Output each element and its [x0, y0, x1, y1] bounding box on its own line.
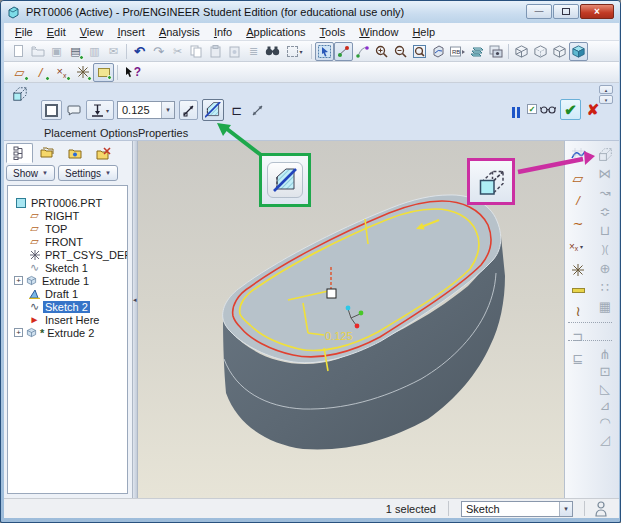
tree-label[interactable]: PRT_CSYS_DEF	[43, 249, 128, 261]
shaded-display-button[interactable]	[569, 42, 588, 61]
revolve-tool-button[interactable]: ⋈	[595, 164, 615, 183]
smart-select-button[interactable]	[315, 42, 334, 61]
drag-handle[interactable]	[327, 289, 336, 298]
zoom-out-button[interactable]	[391, 42, 410, 61]
tree-row-top-plane[interactable]: ▱TOP	[8, 222, 127, 235]
menu-file[interactable]: File	[8, 24, 40, 40]
depth-value[interactable]: 0.125	[118, 104, 161, 116]
flip-depth-direction-button[interactable]	[179, 100, 198, 120]
menu-applications[interactable]: Applications	[239, 24, 312, 40]
show-button[interactable]: Show▼	[6, 165, 55, 181]
menu-analysis[interactable]: Analysis	[152, 24, 207, 40]
tree-row-front-plane[interactable]: ▱FRONT	[8, 235, 127, 248]
tree-label[interactable]: Draft 1	[43, 288, 80, 300]
tree-label[interactable]: Extrude 2	[45, 327, 96, 339]
expand-icon[interactable]: +	[14, 276, 23, 285]
tab-options[interactable]: Options	[100, 127, 138, 139]
extrude-tool-button[interactable]	[595, 145, 615, 164]
refit-button[interactable]	[410, 42, 429, 61]
hidden-line-display-button[interactable]	[531, 42, 550, 61]
maximize-button[interactable]	[553, 4, 579, 19]
tree-label[interactable]: Sketch 1	[43, 262, 90, 274]
menu-view[interactable]: View	[73, 24, 111, 40]
datum-curve-tool-button[interactable]: ∼	[568, 214, 588, 233]
print-button[interactable]: ▤	[66, 42, 85, 61]
boundary-blend-button[interactable]: ⊔	[595, 221, 615, 240]
tree-row-sketch2[interactable]: ∿Sketch 2	[8, 300, 127, 313]
redo-button[interactable]: ↷	[149, 42, 168, 61]
menu-window[interactable]: Window	[352, 24, 405, 40]
analysis-measure-button[interactable]	[568, 281, 588, 300]
pause-button[interactable]	[510, 102, 522, 122]
context-help-button[interactable]: ?	[121, 63, 145, 82]
tree-row-sketch1[interactable]: ∿Sketch 1	[8, 261, 127, 274]
tree-label[interactable]: Insert Here	[43, 314, 101, 326]
depth-dropdown-arrow[interactable]: ▾	[161, 102, 174, 118]
tree-row-part[interactable]: PRT0006.PRT	[8, 196, 127, 209]
placement-collector-button[interactable]	[41, 100, 62, 120]
minimize-button[interactable]: —	[526, 4, 552, 19]
cut-button[interactable]: ✂	[168, 42, 187, 61]
filter-value[interactable]: Sketch	[462, 503, 559, 515]
depth-value-combo[interactable]: 0.125 ▾	[117, 101, 175, 119]
tree-row-right-plane[interactable]: ▱RIGHT	[8, 209, 127, 222]
graphics-area[interactable]: 0.125	[138, 141, 564, 498]
tab-favorites[interactable]	[62, 143, 89, 163]
saved-views-button[interactable]: RB	[448, 42, 467, 61]
depth-option-button[interactable]: ▾	[86, 100, 114, 120]
regenerate-button[interactable]: ≣	[244, 42, 263, 61]
print-preview-button[interactable]: ▥	[85, 42, 104, 61]
sweep-tool-button[interactable]: ↝	[595, 183, 615, 202]
view-manager-button[interactable]	[486, 42, 505, 61]
tab-properties[interactable]: Properties	[138, 127, 188, 139]
filter-dropdown-arrow[interactable]: ▾	[559, 502, 572, 516]
tree-row-extrude2[interactable]: +*Extrude 2	[8, 326, 127, 339]
tree-label[interactable]: FRONT	[43, 236, 85, 248]
preview-checkbox[interactable]: ✓	[527, 104, 537, 114]
datum-axis-tool-button[interactable]: /	[568, 191, 588, 210]
save-button[interactable]: ▣	[47, 42, 66, 61]
layers-button[interactable]	[467, 42, 486, 61]
tree-label[interactable]: Sketch 2	[43, 301, 90, 313]
title-bar[interactable]: PRT0006 (Active) - Pro/ENGINEER Student …	[1, 1, 620, 23]
menu-tools[interactable]: Tools	[313, 24, 353, 40]
menu-edit[interactable]: Edit	[40, 24, 73, 40]
paste-button[interactable]	[206, 42, 225, 61]
selection-filter-combo[interactable]: Sketch ▾	[461, 501, 573, 517]
expand-icon[interactable]: +	[14, 328, 23, 337]
tree-label[interactable]: Extrude 1	[40, 275, 91, 287]
new-file-button[interactable]	[9, 42, 28, 61]
tree-row-extrude1[interactable]: +Extrude 1	[8, 274, 127, 287]
thicken-sketch-button[interactable]: ⊏	[228, 100, 246, 120]
selection-filter-button[interactable]: ▾	[282, 42, 308, 61]
datum-point-tool-button[interactable]: ×x	[51, 63, 72, 82]
copy-geometry-button[interactable]: ⊐	[568, 327, 588, 346]
tree-row-csys[interactable]: PRT_CSYS_DEF	[8, 248, 127, 261]
tree-label[interactable]: RIGHT	[43, 210, 81, 222]
datum-csys-tool-button[interactable]	[72, 63, 93, 82]
accept-button[interactable]: ✔	[560, 99, 581, 120]
no-hidden-display-button[interactable]	[550, 42, 569, 61]
datum-plane-tool-button[interactable]: ▱	[9, 63, 30, 82]
tree-label[interactable]: PRT0006.PRT	[29, 197, 104, 209]
spin-center-button[interactable]	[334, 42, 353, 61]
wireframe-display-button[interactable]	[512, 42, 531, 61]
tab-connections[interactable]	[90, 143, 117, 163]
close-button[interactable]: ×	[580, 4, 614, 19]
measure-tool-button[interactable]: ≀	[568, 301, 588, 320]
flip-material-side-button[interactable]	[248, 100, 267, 120]
paste-special-button[interactable]	[225, 42, 244, 61]
tab-folder-browser[interactable]	[34, 143, 61, 163]
find-button[interactable]	[263, 42, 282, 61]
remove-material-button[interactable]	[202, 99, 224, 121]
collapse-arrow-icon[interactable]: ◂	[133, 296, 137, 304]
datum-csys-tool-button[interactable]	[568, 260, 588, 279]
menu-help[interactable]: Help	[405, 24, 442, 40]
sketch-tool-button[interactable]	[93, 63, 114, 82]
datum-axis-tool-button[interactable]: /	[30, 63, 51, 82]
pattern-table-button[interactable]: ▦	[595, 297, 615, 316]
depth-dimension-label[interactable]: 0.125	[325, 330, 353, 342]
chamfer-tool-button[interactable]: ◿	[595, 430, 615, 449]
tree-label[interactable]: TOP	[43, 223, 69, 235]
pattern-tool-button[interactable]: ∷	[595, 278, 615, 297]
